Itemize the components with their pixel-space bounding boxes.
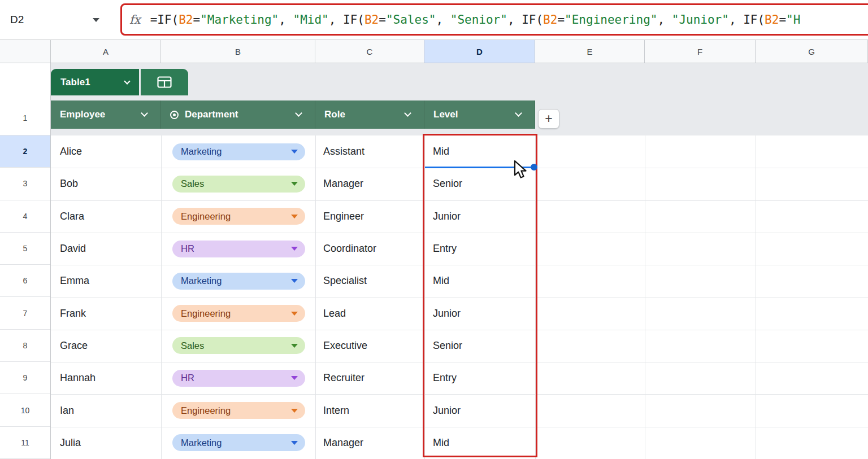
cell-D10[interactable]: Junior (433, 394, 526, 426)
chevron-down-icon[interactable] (515, 110, 522, 117)
department-chip-label: Sales (181, 178, 204, 189)
name-box-dropdown-icon[interactable] (93, 18, 99, 22)
formula-token: "Engineering" (565, 13, 657, 27)
chevron-down-icon[interactable] (295, 110, 302, 117)
formula-token: , IF( (729, 13, 765, 27)
column-header-A[interactable]: A (51, 40, 161, 63)
cell-D8[interactable]: Senior (433, 330, 526, 362)
formula-token: "Sales" (386, 13, 436, 27)
chevron-down-icon[interactable] (141, 110, 148, 117)
table-header-row: EmployeeDepartmentRoleLevel (51, 100, 535, 129)
department-chip-B11[interactable]: Marketing (172, 434, 305, 451)
row-header-2[interactable]: 2 (0, 135, 50, 168)
row-header-1[interactable]: 1 (0, 100, 50, 135)
row-header-6[interactable]: 6 (0, 265, 50, 297)
row-header-11[interactable]: 11 (0, 427, 50, 459)
department-chip-B3[interactable]: Sales (172, 176, 305, 193)
chevron-down-icon (291, 215, 298, 218)
cell-A3[interactable]: Bob (60, 168, 156, 200)
row-header-7[interactable]: 7 (0, 298, 50, 330)
department-chip-B9[interactable]: HR (172, 370, 305, 387)
cell-D7[interactable]: Junior (433, 298, 526, 330)
cell-A2[interactable]: Alice (60, 135, 156, 168)
cell-C11[interactable]: Manager (323, 427, 416, 459)
name-box[interactable]: D2 (10, 0, 24, 40)
row-header-8[interactable]: 8 (0, 330, 50, 362)
cell-C5[interactable]: Coordinator (323, 233, 416, 265)
column-header-row: ABCDEFG (0, 40, 868, 63)
cell-D5[interactable]: Entry (433, 233, 526, 265)
select-all-corner[interactable] (0, 40, 51, 63)
department-chip-B10[interactable]: Engineering (172, 402, 305, 419)
cell-A4[interactable]: Clara (60, 200, 156, 233)
department-chip-B6[interactable]: Marketing (172, 273, 305, 290)
column-header-D[interactable]: D (424, 40, 535, 63)
cell-A6[interactable]: Emma (60, 265, 156, 297)
cell-C2[interactable]: Assistant (323, 135, 416, 168)
chevron-down-icon (291, 182, 298, 186)
cell-C10[interactable]: Intern (323, 394, 416, 426)
cell-D2[interactable]: Mid (433, 135, 526, 168)
table-icon (157, 76, 172, 88)
formula-token: = (379, 13, 386, 27)
cell-A8[interactable]: Grace (60, 330, 156, 362)
department-chip-B5[interactable]: HR (172, 241, 305, 257)
cell-C7[interactable]: Lead (323, 298, 416, 330)
column-header-G[interactable]: G (756, 40, 868, 63)
cell-A7[interactable]: Frank (60, 298, 156, 330)
column-header-C[interactable]: C (315, 40, 424, 63)
table-header-label: Department (185, 109, 238, 120)
cell-C3[interactable]: Manager (323, 168, 416, 200)
department-chip-B7[interactable]: Engineering (172, 305, 305, 322)
cell-A10[interactable]: Ian (60, 394, 156, 426)
cell-D6[interactable]: Mid (433, 265, 526, 297)
department-chip-label: Sales (181, 340, 204, 351)
column-header-F[interactable]: F (645, 40, 756, 63)
add-column-button[interactable]: + (538, 109, 559, 129)
row-header-3[interactable]: 3 (0, 168, 50, 200)
cell-D11[interactable]: Mid (433, 427, 526, 459)
cell-A9[interactable]: Hannah (60, 362, 156, 394)
cell-A5[interactable]: David (60, 233, 156, 265)
table-header-employee[interactable]: Employee (51, 100, 161, 129)
cell-D3[interactable]: Senior (433, 168, 526, 200)
table-header-department[interactable]: Department (161, 100, 315, 129)
formula-token: B2 (765, 13, 779, 27)
chevron-down-icon (291, 312, 298, 316)
cell-A11[interactable]: Julia (60, 427, 156, 459)
department-chip-B4[interactable]: Engineering (172, 208, 305, 225)
table-header-level[interactable]: Level (424, 100, 535, 129)
table-icon-tab[interactable] (141, 69, 188, 95)
cell-D4[interactable]: Junior (433, 200, 526, 233)
cell-C4[interactable]: Engineer (323, 200, 416, 233)
cell-C8[interactable]: Executive (323, 330, 416, 362)
department-chip-B8[interactable]: Sales (172, 337, 305, 354)
cell-C6[interactable]: Specialist (323, 265, 416, 297)
formula-token: = (557, 13, 565, 27)
column-header-B[interactable]: B (161, 40, 315, 63)
fill-handle[interactable] (531, 164, 537, 171)
grid-body: 1234567891011 Table1 EmployeeDepartmentR… (0, 63, 868, 459)
chevron-down-icon[interactable] (404, 110, 411, 117)
department-chip-label: Marketing (181, 276, 222, 286)
cell-D9[interactable]: Entry (433, 362, 526, 394)
cell-C9[interactable]: Recruiter (323, 362, 416, 394)
table-header-role[interactable]: Role (315, 100, 424, 129)
spreadsheet-app: D2 fx =IF(B2="Marketing", "Mid", IF(B2="… (0, 0, 868, 459)
formula-token: "Junior" (672, 13, 729, 27)
mouse-cursor (514, 160, 527, 181)
chevron-down-icon (124, 78, 130, 84)
formula-token: "H (786, 13, 800, 27)
row-header-9[interactable]: 9 (0, 362, 50, 394)
row-header-5[interactable]: 5 (0, 233, 50, 265)
row-header-10[interactable]: 10 (0, 394, 50, 426)
table-name-tab[interactable]: Table1 (51, 69, 139, 95)
formula-token: , (279, 13, 293, 27)
department-chip-B2[interactable]: Marketing (172, 143, 305, 160)
fx-icon: fx (129, 13, 141, 27)
table-header-label: Level (433, 109, 458, 120)
formula-input[interactable]: =IF(B2="Marketing", "Mid", IF(B2="Sales"… (150, 13, 801, 27)
department-chip-label: Engineering (181, 405, 231, 416)
column-header-E[interactable]: E (535, 40, 645, 63)
row-header-4[interactable]: 4 (0, 200, 50, 233)
